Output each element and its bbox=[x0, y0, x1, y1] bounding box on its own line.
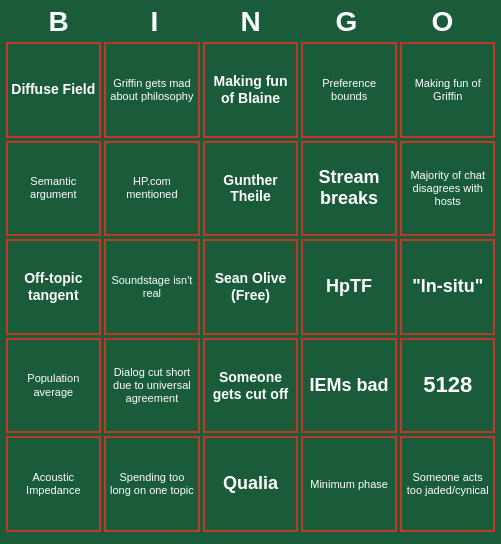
title-o: O bbox=[399, 6, 487, 38]
cell-17[interactable]: Someone gets cut off bbox=[203, 338, 299, 434]
bingo-title: B I N G O bbox=[11, 0, 491, 42]
cell-2[interactable]: Making fun of Blaine bbox=[203, 42, 299, 138]
title-g: G bbox=[303, 6, 391, 38]
cell-24[interactable]: Someone acts too jaded/cynical bbox=[400, 436, 496, 532]
cell-10[interactable]: Off-topic tangent bbox=[6, 239, 102, 335]
cell-18[interactable]: IEMs bad bbox=[301, 338, 397, 434]
cell-13[interactable]: HpTF bbox=[301, 239, 397, 335]
bingo-grid: Diffuse FieldGriffin gets mad about phil… bbox=[6, 42, 496, 532]
title-b: B bbox=[15, 6, 103, 38]
cell-0[interactable]: Diffuse Field bbox=[6, 42, 102, 138]
cell-14[interactable]: "In-situ" bbox=[400, 239, 496, 335]
cell-20[interactable]: Acoustic Impedance bbox=[6, 436, 102, 532]
cell-6[interactable]: HP.com mentioned bbox=[104, 141, 200, 237]
cell-23[interactable]: Minimum phase bbox=[301, 436, 397, 532]
cell-9[interactable]: Majority of chat disagrees with hosts bbox=[400, 141, 496, 237]
title-i: I bbox=[111, 6, 199, 38]
cell-7[interactable]: Gunther Theile bbox=[203, 141, 299, 237]
cell-21[interactable]: Spending too long on one topic bbox=[104, 436, 200, 532]
cell-22[interactable]: Qualia bbox=[203, 436, 299, 532]
cell-5[interactable]: Semantic argument bbox=[6, 141, 102, 237]
cell-8[interactable]: Stream breaks bbox=[301, 141, 397, 237]
title-n: N bbox=[207, 6, 295, 38]
cell-15[interactable]: Population average bbox=[6, 338, 102, 434]
cell-12[interactable]: Sean Olive (Free) bbox=[203, 239, 299, 335]
cell-11[interactable]: Soundstage isn't real bbox=[104, 239, 200, 335]
cell-1[interactable]: Griffin gets mad about philosophy bbox=[104, 42, 200, 138]
cell-3[interactable]: Preference bounds bbox=[301, 42, 397, 138]
cell-16[interactable]: Dialog cut short due to universal agreem… bbox=[104, 338, 200, 434]
cell-19[interactable]: 5128 bbox=[400, 338, 496, 434]
cell-4[interactable]: Making fun of Griffin bbox=[400, 42, 496, 138]
